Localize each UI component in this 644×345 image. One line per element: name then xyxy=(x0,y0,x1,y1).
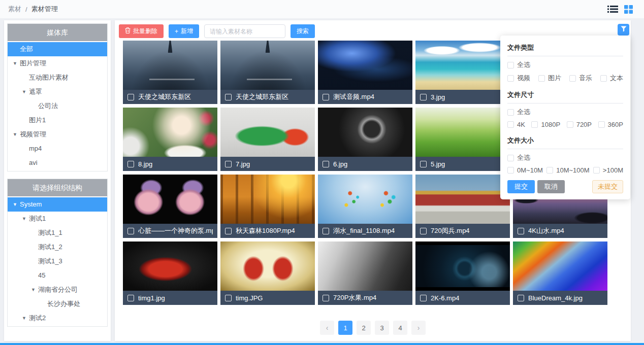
caret-down-icon[interactable]: ▼ xyxy=(13,197,20,212)
breadcrumb-item-material[interactable]: 素材 xyxy=(8,5,21,14)
media-thumbnail[interactable] xyxy=(513,242,607,291)
media-thumbnail[interactable] xyxy=(318,41,412,90)
tile-checkbox[interactable] xyxy=(323,161,329,167)
filter-option-checkbox[interactable]: 4K xyxy=(507,121,525,128)
org-tree-item[interactable]: ▼测试2 xyxy=(8,311,107,325)
tile-checkbox[interactable] xyxy=(127,161,134,167)
tile-checkbox[interactable] xyxy=(420,94,427,100)
media-thumbnail[interactable] xyxy=(220,242,315,291)
media-tile[interactable]: 6.jpg xyxy=(318,108,412,171)
search-input[interactable] xyxy=(204,24,285,38)
select-all-checkbox[interactable]: 全选 xyxy=(507,153,623,162)
media-tile[interactable]: 8.jpg xyxy=(123,108,217,171)
filter-option-checkbox[interactable]: 1080P xyxy=(531,121,560,128)
checkbox-icon[interactable] xyxy=(507,155,514,161)
tile-checkbox[interactable] xyxy=(225,94,232,100)
checkbox-icon[interactable] xyxy=(569,75,576,82)
tile-checkbox[interactable] xyxy=(323,94,329,100)
caret-down-icon[interactable]: ▼ xyxy=(22,311,29,325)
media-tree-item[interactable]: 图片1 xyxy=(8,113,107,127)
caret-down-icon[interactable]: ▼ xyxy=(22,212,29,226)
filter-option-checkbox[interactable]: 10M~100M xyxy=(546,166,589,174)
select-all-checkbox[interactable]: 全选 xyxy=(507,60,623,70)
org-tree-item[interactable]: ▼湖南省分公司 xyxy=(8,283,107,297)
tile-checkbox[interactable] xyxy=(225,228,232,234)
list-view-icon[interactable] xyxy=(607,5,618,13)
add-button[interactable]: + 新增 xyxy=(169,24,199,38)
media-thumbnail[interactable] xyxy=(415,242,510,291)
media-tree-item[interactable]: ▼视频管理 xyxy=(8,127,107,142)
media-tree-item[interactable]: mp4 xyxy=(8,142,107,156)
batch-delete-button[interactable]: 批量删除 xyxy=(119,24,164,38)
checkbox-icon[interactable] xyxy=(507,75,514,82)
media-thumbnail[interactable] xyxy=(415,175,510,224)
next-page-button[interactable]: › xyxy=(411,321,426,335)
media-tile[interactable]: 5.jpg xyxy=(415,108,510,171)
unsubmitted-button[interactable]: 未提交 xyxy=(592,180,623,193)
tile-checkbox[interactable] xyxy=(420,161,427,167)
media-thumbnail[interactable] xyxy=(123,108,217,157)
media-tile[interactable]: 溺水_final_1108.mp4 xyxy=(318,175,412,238)
media-tile[interactable]: BlueDream_4k.jpg xyxy=(513,242,607,305)
page-button-1[interactable]: 1 xyxy=(338,321,352,335)
media-tile[interactable]: 测试音频.mp4 xyxy=(318,41,412,104)
tile-checkbox[interactable] xyxy=(420,228,427,234)
media-tile[interactable]: 秋天森林1080P.mp4 xyxy=(220,175,315,238)
media-tree-item[interactable]: avi xyxy=(8,156,107,170)
filter-option-checkbox[interactable]: 0M~10M xyxy=(507,166,543,174)
media-tree-item[interactable]: 公司法 xyxy=(8,99,107,113)
checkbox-icon[interactable] xyxy=(507,167,514,174)
checkbox-icon[interactable] xyxy=(600,75,607,82)
media-thumbnail[interactable] xyxy=(220,108,315,157)
tile-checkbox[interactable] xyxy=(420,295,427,301)
grid-view-icon[interactable] xyxy=(624,5,633,14)
page-button-2[interactable]: 2 xyxy=(357,321,371,335)
checkbox-icon[interactable] xyxy=(598,121,605,128)
tile-checkbox[interactable] xyxy=(127,94,134,100)
tile-checkbox[interactable] xyxy=(518,295,524,301)
tile-checkbox[interactable] xyxy=(323,228,329,234)
media-tile[interactable]: 心脏——一个神奇的泵.mp4 xyxy=(123,175,217,238)
tile-checkbox[interactable] xyxy=(225,161,232,167)
filter-option-checkbox[interactable]: 视频 xyxy=(507,74,530,83)
media-tile[interactable]: 7.jpg xyxy=(220,108,315,171)
media-thumbnail[interactable] xyxy=(318,108,412,157)
media-tile[interactable]: 720阅兵.mp4 xyxy=(415,175,510,238)
checkbox-icon[interactable] xyxy=(531,121,538,128)
submit-button[interactable]: 提交 xyxy=(507,180,535,193)
org-tree-item[interactable]: 测试1_2 xyxy=(8,240,107,254)
checkbox-icon[interactable] xyxy=(507,62,514,68)
filter-option-checkbox[interactable]: 音乐 xyxy=(569,74,592,83)
checkbox-icon[interactable] xyxy=(593,167,600,174)
media-tile[interactable]: 720P水果.mp4 xyxy=(318,242,412,305)
caret-down-icon[interactable]: ▼ xyxy=(13,56,20,71)
org-tree-item[interactable]: 测试1_1 xyxy=(8,226,107,240)
filter-button[interactable] xyxy=(618,24,629,36)
media-tree-item[interactable]: ▼图片管理 xyxy=(8,56,107,71)
checkbox-icon[interactable] xyxy=(567,121,573,128)
page-button-3[interactable]: 3 xyxy=(375,321,389,335)
media-tree-item[interactable]: ▼遮罩 xyxy=(8,85,107,99)
media-tree-item[interactable]: 互动图片素材 xyxy=(8,71,107,85)
org-tree-item[interactable]: 长沙办事处 xyxy=(8,297,107,311)
media-thumbnail[interactable] xyxy=(318,242,412,291)
media-tile[interactable]: 3.jpg xyxy=(415,41,510,104)
select-all-checkbox[interactable]: 全选 xyxy=(507,108,623,117)
media-thumbnail[interactable] xyxy=(123,41,217,90)
search-button[interactable]: 搜索 xyxy=(291,24,315,38)
media-thumbnail[interactable] xyxy=(415,41,510,90)
tile-checkbox[interactable] xyxy=(225,295,232,301)
tile-checkbox[interactable] xyxy=(127,228,134,234)
checkbox-icon[interactable] xyxy=(507,121,514,128)
filter-option-checkbox[interactable]: 文本 xyxy=(600,74,623,83)
caret-down-icon[interactable]: ▼ xyxy=(13,127,20,142)
media-thumbnail[interactable] xyxy=(123,242,217,291)
media-tree-item[interactable]: 全部 xyxy=(8,42,107,56)
caret-down-icon[interactable]: ▼ xyxy=(22,85,29,99)
cancel-button[interactable]: 取消 xyxy=(537,180,565,193)
media-thumbnail[interactable] xyxy=(220,41,315,90)
media-tile[interactable]: timg1.jpg xyxy=(123,242,217,305)
media-thumbnail[interactable] xyxy=(415,108,510,157)
checkbox-icon[interactable] xyxy=(507,109,514,116)
tile-checkbox[interactable] xyxy=(518,228,524,234)
